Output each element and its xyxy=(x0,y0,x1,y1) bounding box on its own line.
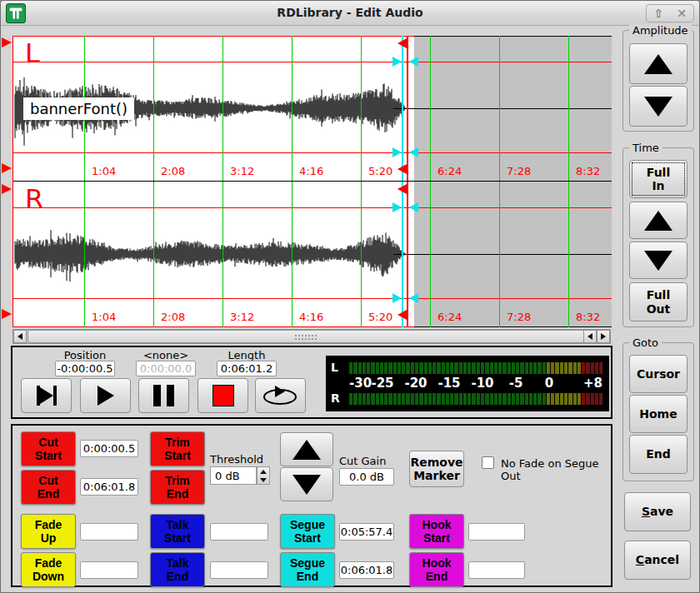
scroll-left-button-2[interactable] xyxy=(583,330,597,343)
amplitude-up-button[interactable] xyxy=(629,43,688,84)
meter-segment xyxy=(442,393,445,405)
segue-start-button[interactable]: Segue Start xyxy=(280,514,335,549)
meter-scale-label: -25 xyxy=(371,376,393,391)
segue-marker-icon[interactable] xyxy=(392,202,402,212)
cut-end-marker-icon[interactable] xyxy=(398,164,407,174)
segue-end-line[interactable] xyxy=(402,182,403,327)
waveform-left-channel[interactable]: 1:042:083:124:165:206:247:288:32 L banne… xyxy=(13,36,612,182)
time-label: 7:28 xyxy=(507,165,531,177)
cut-end-marker-icon[interactable] xyxy=(398,38,407,48)
spin-down-icon[interactable] xyxy=(260,478,267,482)
trim-start-button[interactable]: Trim Start xyxy=(150,431,205,466)
zoom-out-button[interactable] xyxy=(629,242,688,279)
hook-end-field[interactable] xyxy=(468,561,525,579)
cut-end-marker-icon[interactable] xyxy=(398,184,407,194)
talk-start-button[interactable]: Talk Start xyxy=(150,514,205,549)
hook-start-button[interactable]: Hook Start xyxy=(409,514,464,549)
cut-start-marker-icon[interactable] xyxy=(2,37,12,47)
gain-down-button[interactable] xyxy=(280,467,333,501)
play-button[interactable] xyxy=(80,378,131,413)
meter-segment xyxy=(472,393,475,405)
goto-home-button[interactable]: Home xyxy=(629,395,688,433)
fade-down-button[interactable]: Fade Down xyxy=(21,552,76,587)
meter-segment xyxy=(494,393,498,405)
fade-down-field[interactable] xyxy=(80,561,138,579)
stop-button[interactable] xyxy=(198,378,248,413)
cancel-button[interactable]: Cancel xyxy=(624,541,691,580)
segue-start-field[interactable] xyxy=(339,523,394,541)
cut-start-marker-icon[interactable] xyxy=(2,309,12,319)
scrollbar-thumb[interactable] xyxy=(28,330,584,343)
meter-segment xyxy=(463,362,467,374)
cut-end-line[interactable] xyxy=(407,182,408,327)
goto-end-button[interactable]: End xyxy=(629,435,688,474)
segue-end-button[interactable]: Segue End xyxy=(280,552,335,587)
meter-segment xyxy=(591,362,594,374)
talk-end-field[interactable] xyxy=(210,561,268,579)
time-group: Time Full In Full Out xyxy=(622,147,694,327)
cut-end-line[interactable] xyxy=(407,36,408,182)
segue-end-field[interactable] xyxy=(339,561,394,579)
waveform-area[interactable]: 1:042:083:124:165:206:247:288:32 L banne… xyxy=(12,36,611,327)
down-arrow-icon xyxy=(644,251,672,271)
cut-end-marker-icon[interactable] xyxy=(398,310,407,320)
scroll-right-button[interactable] xyxy=(597,330,610,343)
threshold-field[interactable] xyxy=(210,466,257,485)
waveform-scrollbar[interactable] xyxy=(12,329,611,344)
talk-end-button[interactable]: Talk End xyxy=(150,552,205,587)
time-label: 1:04 xyxy=(92,165,116,177)
play-from-start-button[interactable] xyxy=(21,378,72,413)
save-button[interactable]: Save xyxy=(624,492,691,531)
segue-marker-icon[interactable] xyxy=(409,202,418,212)
scroll-left-button[interactable] xyxy=(13,330,27,343)
talk-start-field[interactable] xyxy=(210,523,268,541)
meter-segment xyxy=(415,393,418,405)
close-window-icon[interactable]: ✕ xyxy=(677,5,687,22)
full-out-button[interactable]: Full Out xyxy=(629,282,688,321)
segue-end-line[interactable] xyxy=(402,36,403,182)
segue-marker-icon[interactable] xyxy=(392,147,402,157)
goto-cursor-button[interactable]: Cursor xyxy=(629,355,688,393)
cut-start-marker-icon[interactable] xyxy=(2,184,12,194)
loop-button[interactable] xyxy=(255,378,306,413)
cut-gain-field[interactable] xyxy=(339,468,394,486)
waveform-right-channel[interactable]: 1:042:083:124:165:206:247:288:32 R xyxy=(13,182,612,327)
cut-start-field[interactable] xyxy=(80,440,138,457)
threshold-label: Threshold xyxy=(210,453,263,466)
meter-scale-label: -5 xyxy=(509,376,523,391)
zoom-in-button[interactable] xyxy=(629,202,688,239)
amplitude-down-button[interactable] xyxy=(629,86,688,127)
threshold-spinbox[interactable] xyxy=(210,466,270,485)
no-fade-checkbox[interactable] xyxy=(482,456,494,469)
gain-up-button[interactable] xyxy=(280,432,333,466)
segue-marker-icon[interactable] xyxy=(409,293,418,303)
meter-scale-label: -15 xyxy=(438,376,460,391)
remove-marker-button[interactable]: Remove Marker xyxy=(409,451,464,487)
fade-up-field[interactable] xyxy=(80,523,138,541)
hook-end-button[interactable]: Hook End xyxy=(409,552,464,587)
hook-start-field[interactable] xyxy=(468,523,525,541)
cut-start-marker-icon[interactable] xyxy=(2,163,12,173)
segue-marker-icon[interactable] xyxy=(392,57,402,67)
spin-up-icon[interactable] xyxy=(260,470,267,474)
meter-segment xyxy=(424,393,428,405)
position-field[interactable] xyxy=(55,361,115,376)
length-field[interactable] xyxy=(217,361,277,376)
meter-segment xyxy=(415,362,418,374)
segue-marker-icon[interactable] xyxy=(409,147,418,157)
amplitude-ref-line xyxy=(13,62,612,62)
panel-border xyxy=(414,326,612,327)
meter-scale-label: -20 xyxy=(404,376,427,391)
segue-marker-icon[interactable] xyxy=(409,57,418,67)
shade-window-icon[interactable]: ⇧ xyxy=(653,5,663,22)
cut-start-button[interactable]: Cut Start xyxy=(21,431,76,466)
marker-readout-label: <none> xyxy=(136,349,196,361)
pause-button[interactable] xyxy=(138,378,189,413)
cut-end-field[interactable] xyxy=(80,478,138,496)
threshold-spin-arrows[interactable] xyxy=(257,466,270,485)
full-in-button[interactable]: Full In xyxy=(629,160,688,198)
fade-up-button[interactable]: Fade Up xyxy=(21,514,76,549)
segue-marker-icon[interactable] xyxy=(392,293,402,303)
trim-end-button[interactable]: Trim End xyxy=(150,470,205,505)
cut-end-button[interactable]: Cut End xyxy=(21,470,76,505)
